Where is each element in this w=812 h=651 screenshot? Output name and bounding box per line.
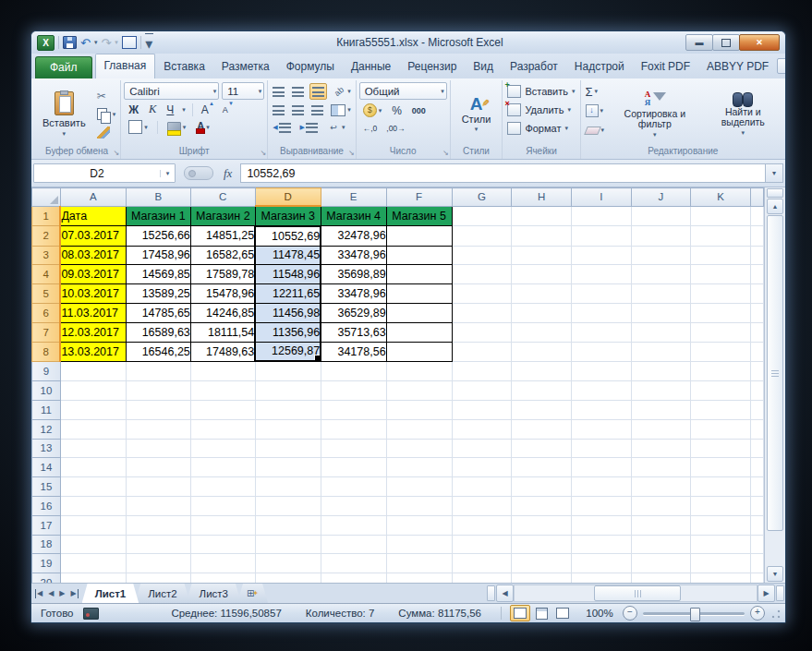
zoom-out-button[interactable]: − <box>623 606 637 621</box>
cell-F16[interactable] <box>386 496 452 515</box>
cell-C8[interactable]: 17489,63 <box>190 342 255 361</box>
format-cells-button[interactable]: Формат▾ <box>505 121 576 136</box>
cell-A6[interactable]: 11.03.2017 <box>60 303 126 322</box>
paste-button[interactable]: Вставить ▾ <box>36 82 92 146</box>
cell-E11[interactable] <box>321 400 386 419</box>
cell-I15[interactable] <box>571 477 631 497</box>
cell-C9[interactable] <box>190 361 255 380</box>
cell-G15[interactable] <box>452 477 512 497</box>
cell-C16[interactable] <box>190 496 255 515</box>
cell-A10[interactable] <box>60 381 126 401</box>
cell-H14[interactable] <box>512 458 572 477</box>
scroll-left-icon[interactable]: ◀ <box>496 585 514 602</box>
cell-E9[interactable] <box>321 361 386 380</box>
ribbon-tab-2[interactable]: Вставка <box>155 55 213 78</box>
cell-H9[interactable] <box>512 361 572 380</box>
zoom-slider-thumb[interactable] <box>690 608 700 621</box>
cell-F1[interactable]: Магазин 5 <box>386 206 452 226</box>
cell-I9[interactable] <box>571 361 631 380</box>
cell-J9[interactable] <box>631 361 691 380</box>
decrease-indent-button[interactable]: ◀ <box>271 120 292 135</box>
cell-H2[interactable] <box>512 226 572 246</box>
ribbon-tab-5[interactable]: Данные <box>343 55 399 78</box>
align-right-button[interactable] <box>309 102 325 117</box>
cell-B8[interactable]: 16546,25 <box>126 342 190 361</box>
cell-A14[interactable] <box>60 458 126 477</box>
cell-D9[interactable] <box>255 361 321 380</box>
cell-J7[interactable] <box>631 322 691 342</box>
cell-G2[interactable] <box>452 226 512 246</box>
align-middle-button[interactable] <box>290 84 306 99</box>
ribbon-tab-10[interactable]: Foxit PDF <box>633 55 698 78</box>
table-preview-icon[interactable] <box>122 36 137 49</box>
zoom-slider[interactable] <box>643 612 745 615</box>
cell-D11[interactable] <box>255 400 321 419</box>
row-header-3[interactable]: 3 <box>32 246 61 265</box>
cell-E13[interactable] <box>321 439 386 458</box>
cell-H8[interactable] <box>512 342 572 361</box>
cell-B12[interactable] <box>126 419 190 439</box>
formula-input[interactable]: 10552,69 <box>240 163 766 183</box>
cell-D14[interactable] <box>255 458 321 477</box>
column-header-H[interactable]: H <box>512 188 572 207</box>
autosum-button[interactable]: Σ▾ <box>584 84 607 99</box>
cell-F5[interactable] <box>386 284 452 304</box>
cell-F17[interactable] <box>386 515 452 535</box>
cell-J3[interactable] <box>631 246 691 265</box>
cell-G18[interactable] <box>452 535 512 554</box>
ribbon-tab-7[interactable]: Вид <box>465 55 502 78</box>
cell-C12[interactable] <box>190 419 255 439</box>
cell-I6[interactable] <box>571 303 631 322</box>
cell-E3[interactable]: 33478,96 <box>321 246 386 265</box>
cell-C3[interactable]: 16582,65 <box>190 246 255 265</box>
cell-K15[interactable] <box>691 477 751 497</box>
styles-button[interactable]: А✎ Стили ▾ <box>454 82 500 146</box>
currency-format-button[interactable]: $▾ <box>361 102 384 118</box>
cell-K16[interactable] <box>691 496 751 515</box>
cell-E6[interactable]: 36529,89 <box>321 303 386 322</box>
cell-C1[interactable]: Магазин 2 <box>190 206 255 226</box>
column-header-C[interactable]: C <box>190 188 255 207</box>
sheet-tab-1[interactable]: Лист1 <box>82 584 139 603</box>
cell-F18[interactable] <box>386 535 452 554</box>
row-header-17[interactable]: 17 <box>32 515 61 535</box>
vertical-scroll-thumb[interactable] <box>767 215 783 531</box>
scroll-right-icon[interactable]: ▶ <box>757 585 775 602</box>
cell-C7[interactable]: 18111,54 <box>190 322 255 342</box>
cell-H18[interactable] <box>512 535 572 554</box>
cell-F7[interactable] <box>386 322 452 342</box>
row-header-12[interactable]: 12 <box>32 419 61 439</box>
cell-C17[interactable] <box>190 515 255 535</box>
customize-qat-icon[interactable]: ▾ <box>145 33 153 53</box>
cell-G7[interactable] <box>452 322 512 342</box>
row-header-6[interactable]: 6 <box>32 303 61 322</box>
cell-J10[interactable] <box>631 381 691 401</box>
first-sheet-icon[interactable]: ◀ <box>35 589 42 598</box>
row-header-15[interactable]: 15 <box>32 477 61 497</box>
cell-B4[interactable]: 14569,85 <box>126 265 190 284</box>
number-dialog-launcher-icon[interactable]: ↘ <box>442 150 449 157</box>
cell-D18[interactable] <box>255 535 321 554</box>
cell-F8[interactable] <box>386 342 452 361</box>
cell-I4[interactable] <box>571 265 631 284</box>
next-sheet-icon[interactable]: ▶ <box>59 589 65 598</box>
expand-formula-bar-icon[interactable]: ▾ <box>766 163 783 183</box>
prev-sheet-icon[interactable]: ◀ <box>48 589 54 598</box>
cell-A3[interactable]: 08.03.2017 <box>60 246 126 265</box>
column-header-J[interactable]: J <box>631 188 691 207</box>
grow-font-button[interactable]: А▲ <box>200 102 214 117</box>
font-dialog-launcher-icon[interactable]: ↘ <box>260 150 266 157</box>
row-header-18[interactable]: 18 <box>32 535 61 554</box>
ribbon-tab-11[interactable]: ABBYY PDF <box>698 55 777 78</box>
cell-J2[interactable] <box>631 226 691 246</box>
cell-B6[interactable]: 14785,65 <box>126 303 190 322</box>
cell-D7[interactable]: 11356,96 <box>255 322 321 342</box>
minimize-button[interactable]: ▬ <box>685 34 713 51</box>
cell-C19[interactable] <box>190 554 255 573</box>
column-header-A[interactable]: A <box>60 188 126 207</box>
name-box[interactable]: D2 ▾ <box>33 163 176 183</box>
cell-B16[interactable] <box>126 496 190 515</box>
cell-B7[interactable]: 16589,63 <box>126 322 190 342</box>
cell-C14[interactable] <box>190 458 255 477</box>
row-header-5[interactable]: 5 <box>32 284 61 304</box>
